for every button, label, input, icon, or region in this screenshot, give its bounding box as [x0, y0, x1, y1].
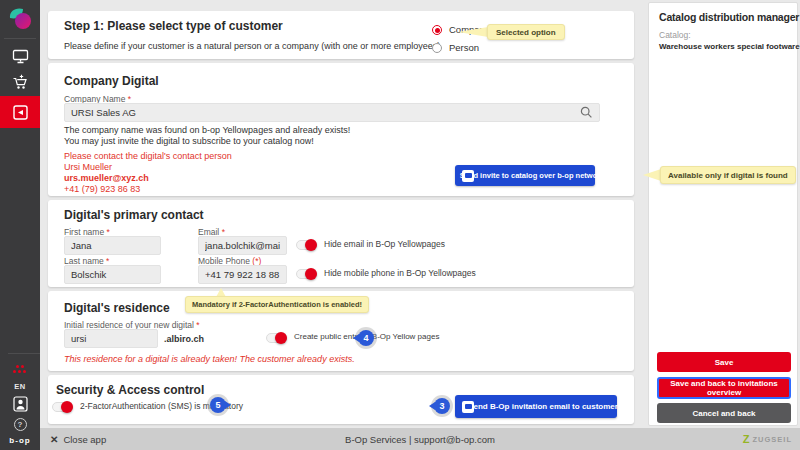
zugseil-z-icon: Z — [743, 434, 750, 445]
selected-option-tooltip: Selected option — [487, 24, 565, 40]
invite-available-tooltip: Available only if digital is found — [660, 166, 796, 184]
public-entry-toggle[interactable] — [266, 333, 287, 343]
step-badge-3: 3 — [434, 398, 450, 414]
twofa-toggle[interactable] — [52, 402, 73, 412]
residence-taken-error: This residence for a digital is already … — [64, 354, 355, 364]
toggle-knob — [61, 401, 73, 413]
save-button[interactable]: Save — [657, 352, 791, 372]
toggle-knob — [305, 268, 317, 280]
mobile-mandatory-tooltip: Mandatory if 2-FactorAuthentication is e… — [185, 296, 369, 313]
search-icon[interactable] — [580, 106, 593, 119]
catalog-value: Warehouse workers special footware — [659, 42, 800, 51]
sidebar-item-shop[interactable] — [0, 68, 40, 96]
cancel-and-back-button[interactable]: Cancel and back — [657, 403, 791, 423]
residence-title: Digital's residence — [64, 301, 170, 315]
step1-title: Step 1: Please select type of customer — [64, 19, 283, 33]
company-found-info-1: The company name was found on b-op Yello… — [64, 125, 350, 135]
contact-phone: +41 (79) 923 86 83 — [64, 184, 140, 194]
radio-person-label: Person — [449, 42, 479, 53]
email-input[interactable] — [198, 236, 287, 255]
toggle-knob — [305, 239, 317, 251]
catalog-label: Catalog: — [659, 30, 691, 40]
help-icon: ? — [14, 418, 27, 431]
primary-contact-title: Digital's primary contact — [64, 208, 204, 222]
status-bar: ✕ Close app B-Op Services | support@b-op… — [40, 428, 800, 450]
bop-brand-logo: b-op — [0, 436, 40, 445]
badge-tail — [225, 401, 235, 409]
radio-option-person[interactable]: Person — [432, 42, 479, 53]
security-card: Security & Access control 2-FactorAuthen… — [48, 375, 634, 424]
hide-email-label: Hide email in B-Op Yellowpages — [324, 239, 445, 249]
company-name-input[interactable] — [64, 103, 600, 122]
sidebar-bottom-group: EN ? b-op — [0, 353, 40, 450]
radio-company-selected — [432, 25, 442, 35]
catalog-return-icon — [12, 104, 29, 121]
sidebar-item-help[interactable]: ? — [0, 415, 40, 433]
sidebar-divider — [4, 38, 36, 39]
primary-contact-card: Digital's primary contact First name * E… — [48, 200, 634, 287]
zugseil-logo: Z ZUGSEIL — [743, 434, 792, 445]
close-icon: ✕ — [50, 434, 58, 445]
contact-name: Ursi Mueller — [64, 162, 112, 172]
sidebar-item-catalog-manager[interactable] — [0, 96, 40, 128]
red-dots-icon — [13, 365, 27, 374]
step1-subtitle: Please define if your customer is a natu… — [64, 41, 440, 51]
save-and-back-button[interactable]: Save and back to invitations overview — [657, 377, 791, 399]
company-digital-card: Company Digital Company Name * The compa… — [48, 63, 634, 196]
domain-suffix: .albiro.ch — [164, 334, 204, 344]
left-sidebar: EN ? b-op — [0, 0, 40, 450]
cart-add-icon — [12, 74, 29, 90]
send-invitation-email-label: Send B-Op invitation email to customer — [454, 402, 618, 411]
language-selector[interactable]: EN — [0, 382, 40, 391]
step-badge-4: 4 — [358, 330, 374, 346]
security-title: Security & Access control — [56, 383, 204, 397]
sidebar-item-profile[interactable] — [0, 393, 40, 415]
send-invitation-email-button[interactable]: Send B-Op invitation email to customer — [455, 395, 617, 418]
mobile-phone-input[interactable] — [198, 265, 287, 284]
user-portrait-icon — [13, 396, 28, 412]
zugseil-logo-text: ZUGSEIL — [752, 435, 792, 444]
sidebar-divider — [8, 353, 40, 354]
badge-tail — [425, 402, 435, 410]
app-window: EN ? b-op ✕ Close app B-Op Services | su… — [0, 0, 800, 450]
hide-mobile-label: Hide mobile phone in B-Op Yellowpages — [324, 268, 476, 278]
company-digital-title: Company Digital — [64, 74, 159, 88]
first-name-input[interactable] — [64, 236, 161, 255]
close-app-label: Close app — [63, 434, 106, 445]
monitor-icon — [12, 49, 29, 64]
hide-mobile-toggle[interactable] — [296, 269, 317, 279]
chat-bubble-icon — [462, 401, 474, 413]
support-text: B-Op Services | support@b-op.com — [345, 434, 495, 445]
sidebar-item-desktop[interactable] — [0, 42, 40, 70]
last-name-input[interactable] — [64, 265, 161, 284]
toggle-knob — [275, 332, 287, 344]
radio-person-unselected — [432, 43, 442, 53]
badge-tail — [349, 334, 359, 342]
tooltip-tail — [458, 27, 488, 37]
send-invite-catalog-button[interactable]: Send invite to catalog over b-op network — [455, 165, 595, 186]
contact-warning: Please contact the digital's contact per… — [64, 151, 232, 161]
catalog-panel: Catalog distribution manager Catalog: Wa… — [648, 2, 798, 426]
residence-input[interactable] — [64, 329, 158, 348]
catalog-panel-title: Catalog distribution manager — [659, 11, 799, 23]
hide-email-toggle[interactable] — [296, 240, 317, 250]
step-badge-5: 5 — [210, 397, 226, 413]
app-logo-icon[interactable] — [7, 6, 33, 32]
company-found-info-2: You may just invite the digital to subsc… — [64, 136, 314, 146]
sidebar-item-alerts[interactable] — [0, 362, 40, 376]
contact-email-link[interactable]: urs.mueller@xyz.ch — [64, 173, 149, 183]
tooltip-tail — [643, 169, 661, 181]
chat-bubble-icon — [462, 170, 474, 182]
close-app-button[interactable]: ✕ Close app — [50, 434, 106, 445]
